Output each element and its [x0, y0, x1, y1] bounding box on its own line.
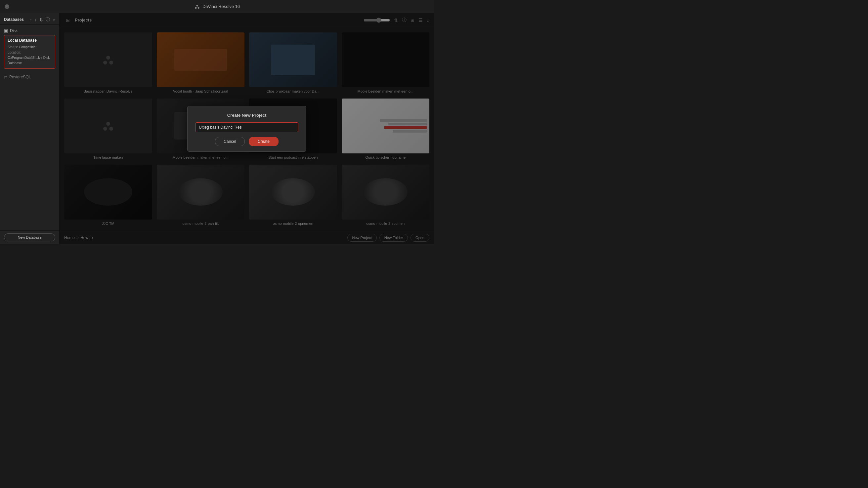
app-logo [194, 4, 200, 9]
project-name-input[interactable] [195, 122, 298, 132]
databases-title: Databases [4, 17, 24, 22]
postgres-icon: ⇄ [4, 75, 7, 79]
sort-db-icon[interactable]: ⇅ [39, 17, 43, 22]
create-project-modal: Create New Project Cancel Create [187, 106, 306, 152]
close-button[interactable]: × [5, 4, 9, 9]
db-info: Status: Compatible Location: C:\ProgramD… [8, 45, 52, 66]
sidebar-header-icons: ↑ ↓ ⇅ ⓘ ⌕ [30, 17, 55, 23]
sidebar: Databases ↑ ↓ ⇅ ⓘ ⌕ ▣ Disk Local Databas… [0, 13, 60, 244]
titlebar: × DaVinci Resolve 16 [0, 0, 434, 13]
location-value: C:\ProgramData\Bl...lve Disk Database [8, 56, 50, 65]
svg-point-0 [196, 5, 198, 6]
info-db-icon[interactable]: ⓘ [45, 17, 50, 23]
status-label: Status: [8, 45, 18, 49]
upload-icon[interactable]: ↑ [30, 17, 32, 22]
main-layout: Databases ↑ ↓ ⇅ ⓘ ⌕ ▣ Disk Local Databas… [0, 13, 434, 244]
status-value: Compatible [19, 45, 36, 49]
app-title: DaVinci Resolve 16 [194, 4, 240, 9]
db-name: Local Database [8, 38, 52, 43]
svg-point-1 [195, 7, 196, 9]
disk-section: ▣ Disk Local Database Status: Compatible… [0, 25, 59, 71]
new-database-button[interactable]: New Database [4, 233, 55, 241]
svg-point-2 [197, 7, 199, 9]
disk-label: ▣ Disk [4, 28, 55, 33]
postgresql-item[interactable]: ⇄ PostgreSQL [0, 71, 59, 83]
sidebar-footer: New Database [0, 230, 59, 244]
sidebar-header: Databases ↑ ↓ ⇅ ⓘ ⌕ [0, 13, 59, 25]
disk-icon: ▣ [4, 28, 8, 33]
local-database-item[interactable]: Local Database Status: Compatible Locati… [4, 35, 55, 69]
create-button[interactable]: Create [249, 137, 279, 146]
modal-buttons: Cancel Create [195, 137, 298, 146]
modal-overlay: Create New Project Cancel Create [60, 13, 434, 244]
download-icon[interactable]: ↓ [35, 17, 37, 22]
right-panel: ⊞ Projects ⇅ ⓘ ⊞ ☰ ⌕ [60, 13, 434, 244]
cancel-button[interactable]: Cancel [215, 137, 245, 146]
search-db-icon[interactable]: ⌕ [53, 17, 55, 22]
modal-title: Create New Project [195, 113, 298, 118]
close-icon: × [6, 5, 8, 8]
location-label: Location: [8, 51, 21, 54]
